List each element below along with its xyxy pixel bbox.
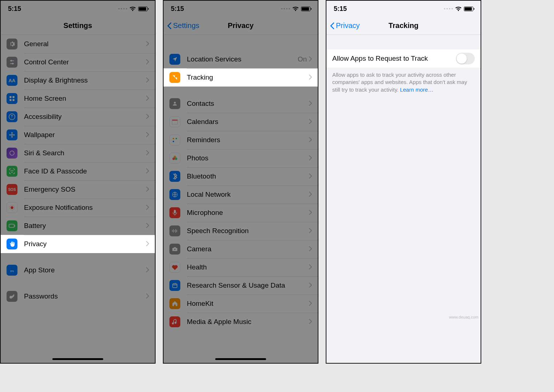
health-icon [169,262,180,273]
cell-general[interactable]: General [1,35,155,53]
svg-rect-38 [177,230,177,232]
chevron-right-icon [146,266,149,274]
cell-display[interactable]: AA Display & Brightness [1,71,155,89]
cell-label: Privacy [24,240,146,248]
nav-bar: Settings [1,17,155,35]
cell-speech[interactable]: Speech Recognition [164,222,318,240]
chevron-right-icon [146,58,149,66]
chevron-right-icon [146,167,149,175]
back-label: Settings [173,21,199,30]
cell-faceid[interactable]: Face ID & Passcode [1,162,155,180]
svg-point-12 [13,134,15,136]
toggle-label: Allow Apps to Request to Track [332,55,456,63]
siri-icon [7,148,17,159]
svg-point-27 [173,141,174,142]
svg-point-1 [11,60,12,61]
cell-camera[interactable]: Camera [164,240,318,258]
text-icon: AA [7,75,17,86]
privacy-list[interactable]: Location Services On Tracking Contacts C… [164,35,318,363]
chevron-right-icon [309,245,312,253]
cell-accessibility[interactable]: Accessibility [1,108,155,126]
battery-icon [464,7,473,11]
cell-app-store[interactable]: App Store [1,261,155,279]
mic-icon [169,207,180,218]
cell-exposure[interactable]: Exposure Notifications [1,199,155,217]
chevron-right-icon [146,76,149,84]
key-icon [7,291,17,302]
svg-point-11 [11,132,13,134]
status-right [118,6,148,11]
music-icon [169,316,180,327]
exposure-icon [7,202,17,213]
cell-reminders[interactable]: Reminders [164,131,318,149]
chevron-right-icon [146,222,149,230]
nav-bar: Privacy Tracking [326,17,481,35]
status-bar: 5:15 [1,1,155,17]
nav-title: Tracking [389,21,418,30]
cell-sos[interactable]: SOS Emergency SOS [1,180,155,199]
cell-siri[interactable]: Siri & Search [1,144,155,162]
watermark: www.deuaq.com [449,315,478,319]
cell-label: Bluetooth [187,172,309,180]
status-time: 5:15 [8,5,21,13]
battery-icon [301,7,310,11]
wifi-icon [292,6,299,11]
back-label: Privacy [336,21,360,30]
svg-rect-40 [173,284,177,288]
back-button[interactable]: Settings [167,17,199,35]
chevron-right-icon [146,240,149,248]
cell-label: Media & Apple Music [187,318,309,326]
cell-media[interactable]: Media & Apple Music [164,313,318,331]
cell-label: General [24,40,146,48]
settings-list[interactable]: General Control Center AA Display & Brig… [1,35,155,363]
status-bar: 5:15 [326,1,481,17]
cell-label: Siri & Search [24,149,146,157]
grid-icon [7,93,17,104]
cell-label: Speech Recognition [187,227,309,235]
speech-icon [169,225,180,236]
cell-label: Display & Brightness [24,76,146,84]
battery-cell-icon [7,220,17,231]
learn-more-link[interactable]: Learn more… [400,87,433,93]
cell-microphone[interactable]: Microphone [164,204,318,222]
cell-passwords[interactable]: Passwords [1,287,155,305]
chevron-right-icon [309,191,312,199]
chevron-right-icon [309,263,312,271]
cell-photos[interactable]: Photos [164,149,318,167]
phone-tracking: 5:15 Privacy Tracking Allow Apps to Requ… [326,0,481,364]
cell-label: Health [187,263,309,271]
accessibility-icon [7,111,17,122]
cell-control-center[interactable]: Control Center [1,53,155,71]
svg-point-28 [176,138,177,139]
cell-bluetooth[interactable]: Bluetooth [164,167,318,185]
cell-home-screen[interactable]: Home Screen [1,89,155,108]
chevron-right-icon [146,113,149,121]
cell-wallpaper[interactable]: Wallpaper [1,126,155,144]
sliders-icon [7,57,17,68]
cell-label: Reminders [187,136,309,144]
cell-research[interactable]: Research Sensor & Usage Data [164,276,318,295]
cell-detail: On [298,55,307,63]
cell-tracking[interactable]: Tracking [164,68,318,87]
back-button[interactable]: Privacy [330,17,360,35]
cell-privacy[interactable]: Privacy [1,235,155,253]
cell-location[interactable]: Location Services On [164,50,318,68]
cell-health[interactable]: Health [164,258,318,276]
nav-title: Settings [64,21,92,30]
research-icon [169,280,180,291]
chevron-right-icon [309,73,312,81]
cell-homekit[interactable]: HomeKit [164,295,318,313]
faceid-icon [7,166,17,177]
gear-icon [7,39,17,49]
cell-local-network[interactable]: Local Network [164,185,318,204]
svg-rect-21 [15,225,15,227]
cell-contacts[interactable]: Contacts [164,95,318,113]
photos-icon [169,153,180,164]
home-indicator[interactable] [215,358,266,360]
chevron-left-icon [330,22,334,29]
svg-rect-4 [9,96,11,98]
home-indicator[interactable] [52,358,103,360]
allow-tracking-toggle[interactable] [456,53,475,64]
cell-battery[interactable]: Battery [1,217,155,235]
cell-calendars[interactable]: Calendars [164,113,318,131]
